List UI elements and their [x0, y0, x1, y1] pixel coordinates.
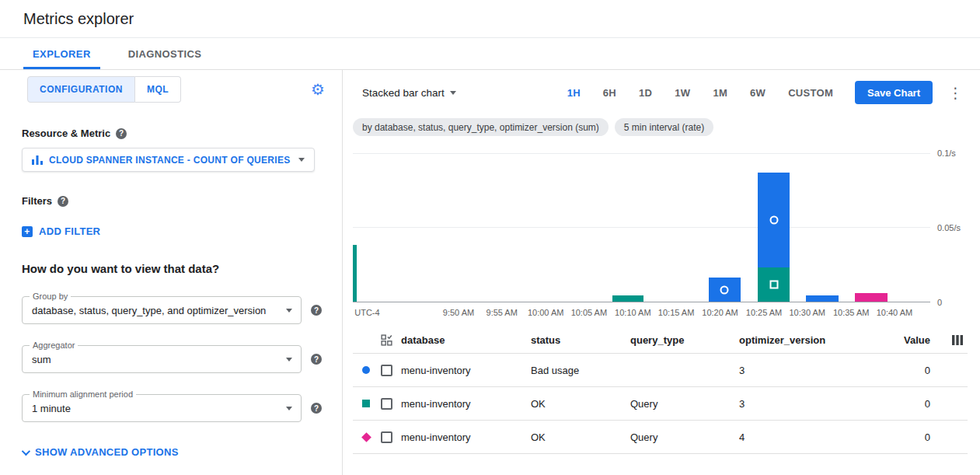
- range-6h[interactable]: 6H: [603, 87, 616, 99]
- x-tick-label: 9:55 AM: [487, 308, 518, 317]
- metric-selector-button[interactable]: CLOUD SPANNER INSTANCE - COUNT OF QUERIE…: [22, 148, 315, 172]
- save-chart-button[interactable]: Save Chart: [855, 81, 933, 104]
- tab-diagnostics[interactable]: DIAGNOSTICS: [119, 38, 211, 69]
- chevron-down-icon: [286, 358, 292, 361]
- cell-query-type: Query: [630, 398, 739, 410]
- legend-row[interactable]: menu-inventory Bad usage 3 0: [353, 354, 968, 387]
- chevron-down-icon: [298, 158, 305, 162]
- filters-help-icon[interactable]: ?: [58, 196, 68, 207]
- range-1w[interactable]: 1W: [675, 87, 690, 99]
- column-header-query-type: query_type: [630, 334, 739, 346]
- legend-row[interactable]: menu-inventory OK Query 4 0: [353, 421, 968, 454]
- range-6w[interactable]: 6W: [750, 87, 766, 99]
- series-marker: [361, 432, 371, 442]
- chevron-down-icon: [450, 91, 456, 95]
- row-checkbox[interactable]: [381, 398, 392, 410]
- chart-bar[interactable]: [709, 147, 741, 302]
- chart-toolbar: Stacked bar chart 1H 6H 1D 1W 1M 6W CUST…: [353, 79, 968, 106]
- cell-status: Bad usage: [531, 365, 630, 376]
- chart-x-axis-row: UTC-49:50 AM9:55 AM10:00 AM10:05 AM10:10…: [353, 302, 968, 323]
- chart-plot[interactable]: [353, 147, 930, 302]
- x-tick-label: UTC-4: [354, 308, 379, 317]
- mql-mode-button[interactable]: MQL: [135, 76, 181, 103]
- view-data-question: How do you want to view that data?: [22, 262, 326, 275]
- chart-bar[interactable]: [353, 147, 357, 302]
- chart-chips: by database, status, query_type, optimiz…: [353, 118, 968, 136]
- chart-type-selector[interactable]: Stacked bar chart: [353, 87, 456, 99]
- chevron-down-icon: [286, 309, 292, 313]
- column-header-database: database: [401, 334, 531, 346]
- configuration-panel: CONFIGURATION MQL ⚙ Resource & Metric ? …: [0, 70, 343, 475]
- select-all-cell: [379, 334, 401, 346]
- interval-chip[interactable]: 5 min interval (rate): [615, 118, 713, 136]
- more-options-icon[interactable]: ⋮: [943, 84, 968, 102]
- show-advanced-options-button[interactable]: SHOW ADVANCED OPTIONS: [22, 446, 179, 458]
- circle-marker-icon: [769, 215, 778, 224]
- range-1m[interactable]: 1M: [713, 87, 727, 99]
- filters-row: Filters ?: [22, 195, 326, 207]
- column-display-icon[interactable]: [952, 335, 963, 345]
- bar-segment: [612, 295, 643, 302]
- chart-pane: Stacked bar chart 1H 6H 1D 1W 1M 6W CUST…: [343, 70, 980, 475]
- tab-explorer[interactable]: EXPLORER: [23, 38, 100, 69]
- resource-metric-label: Resource & Metric: [22, 127, 110, 139]
- cell-query-type: Query: [630, 431, 739, 443]
- chart-bar[interactable]: [806, 147, 839, 302]
- row-checkbox[interactable]: [381, 365, 392, 376]
- cell-database: menu-inventory: [401, 398, 531, 410]
- cell-optimizer-version: 3: [739, 365, 871, 376]
- alignment-period-help-icon[interactable]: ?: [311, 403, 322, 414]
- bar-segment: [806, 295, 839, 302]
- cell-status: OK: [531, 431, 630, 443]
- column-header-value: Value: [871, 334, 933, 346]
- resource-metric-help-icon[interactable]: ?: [116, 128, 127, 139]
- x-tick-label: 10:25 AM: [746, 308, 782, 317]
- select-all-icon[interactable]: [381, 334, 392, 346]
- column-header-status: status: [531, 334, 630, 346]
- range-1d[interactable]: 1D: [639, 87, 652, 99]
- cell-value: 0: [871, 398, 933, 410]
- legend-table: database status query_type optimizer_ver…: [353, 327, 968, 454]
- range-1h[interactable]: 1H: [567, 87, 581, 99]
- alignment-period-label: Minimum alignment period: [30, 389, 136, 399]
- bar-segment: [758, 267, 790, 302]
- show-advanced-options-label: SHOW ADVANCED OPTIONS: [35, 446, 179, 458]
- chart-bar[interactable]: [855, 147, 888, 302]
- settings-gear-icon[interactable]: ⚙: [311, 82, 325, 97]
- x-tick-label: 10:30 AM: [789, 308, 825, 317]
- aggregator-help-icon[interactable]: ?: [311, 354, 322, 365]
- cell-value: 0: [871, 431, 933, 443]
- add-filter-label: ADD FILTER: [39, 225, 100, 237]
- row-checkbox[interactable]: [381, 431, 392, 443]
- aggregator-select[interactable]: Aggregator sum: [22, 345, 302, 373]
- chart-area: 0.1/s0.05/s0: [353, 147, 968, 302]
- x-tick-label: 10:10 AM: [615, 308, 650, 317]
- chevron-down-icon: [22, 446, 30, 455]
- group-by-select[interactable]: Group by database, status, query_type, a…: [22, 296, 302, 324]
- x-tick-label: 10:00 AM: [528, 308, 563, 317]
- configuration-mode-button[interactable]: CONFIGURATION: [27, 76, 135, 103]
- range-custom[interactable]: CUSTOM: [788, 87, 833, 99]
- x-tick-label: 10:35 AM: [833, 308, 869, 317]
- group-by-value: database, status, query_type, and optimi…: [32, 305, 266, 316]
- y-tick-label: 0.1/s: [937, 148, 956, 158]
- cell-database: menu-inventory: [401, 365, 531, 376]
- chart-bar[interactable]: [758, 147, 790, 302]
- cell-value: 0: [871, 365, 933, 376]
- group-by-help-icon[interactable]: ?: [311, 305, 322, 316]
- y-tick-label: 0: [937, 298, 942, 307]
- legend-header-row: database status query_type optimizer_ver…: [353, 327, 968, 354]
- x-tick-label: 10:40 AM: [877, 308, 912, 317]
- x-tick-label: 10:15 AM: [658, 308, 694, 317]
- add-filter-button[interactable]: + ADD FILTER: [22, 225, 100, 237]
- bar-segment: [709, 278, 741, 302]
- chart-bar[interactable]: [612, 147, 643, 302]
- cell-optimizer-version: 4: [739, 431, 871, 443]
- series-marker: [362, 366, 370, 374]
- legend-row[interactable]: menu-inventory OK Query 3 0: [353, 387, 968, 421]
- grouping-chip[interactable]: by database, status, query_type, optimiz…: [353, 118, 609, 136]
- aggregator-label: Aggregator: [30, 341, 78, 350]
- time-range-group: 1H 6H 1D 1W 1M 6W CUSTOM: [567, 87, 833, 99]
- group-by-label: Group by: [30, 292, 71, 301]
- alignment-period-select[interactable]: Minimum alignment period 1 minute: [22, 394, 302, 422]
